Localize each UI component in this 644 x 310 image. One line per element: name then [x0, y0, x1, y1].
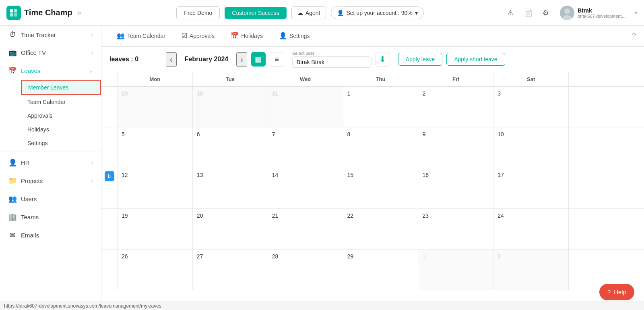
expand-icon[interactable]: »: [77, 8, 81, 17]
list-item[interactable]: 27: [193, 250, 268, 290]
leaves-link[interactable]: leaves : 0: [109, 56, 138, 62]
sidebar-item-users[interactable]: 👥 Users: [0, 190, 101, 208]
list-item[interactable]: 31: [268, 87, 343, 127]
leaves-icon: 📅: [8, 67, 17, 75]
tab-holidays[interactable]: 📅 Holidays: [223, 26, 270, 47]
help-circle-icon[interactable]: ?: [632, 32, 636, 40]
list-item[interactable]: 10: [493, 127, 569, 168]
sidebar-item-holidays-sub[interactable]: Holidays: [21, 123, 101, 136]
list-item[interactable]: 15: [343, 168, 419, 208]
next-month-button[interactable]: ›: [236, 52, 247, 67]
list-item[interactable]: 29: [343, 250, 419, 290]
list-item[interactable]: 21: [268, 209, 343, 249]
list-item[interactable]: 8: [343, 127, 419, 168]
user-email: btrak607-development@gm...: [578, 14, 630, 19]
list-item[interactable]: 2: [493, 250, 569, 290]
status-url: https://btrak607-development.snovasys.co…: [4, 303, 161, 309]
tab-approvals-label: Approvals: [190, 33, 215, 39]
list-item[interactable]: 23: [418, 209, 493, 249]
list-item[interactable]: 30: [193, 87, 268, 127]
calendar-grid: Mon Tue Wed Thu Fri Sat 29 30 31 1 2 3 5: [101, 72, 644, 302]
document-icon[interactable]: 📄: [521, 6, 535, 20]
prev-month-button[interactable]: ‹: [166, 52, 177, 67]
list-item[interactable]: 28: [268, 250, 343, 290]
user-select-input[interactable]: Btrak Btrak: [292, 56, 372, 68]
free-demo-button[interactable]: Free Demo: [176, 6, 220, 19]
list-item[interactable]: 17: [493, 168, 569, 208]
list-item[interactable]: 9: [418, 127, 493, 168]
sidebar-item-team-calendar[interactable]: Team Calendar: [21, 95, 101, 109]
list-item[interactable]: 14: [268, 168, 343, 208]
list-item[interactable]: 29: [118, 87, 193, 127]
select-user-label: Select user: [292, 51, 372, 56]
chevron-right-hr-icon: ›: [91, 160, 93, 166]
customer-success-button[interactable]: Customer Success: [225, 7, 286, 19]
list-item[interactable]: 5: [118, 127, 193, 168]
sidebar-item-leaves[interactable]: 📅 Leaves ⌄: [0, 62, 101, 80]
list-item[interactable]: 3: [493, 87, 569, 127]
user-menu[interactable]: Btrak btrak607-development@gm... ▾: [560, 6, 638, 20]
sidebar-item-hr-label: HR: [21, 159, 30, 166]
list-item[interactable]: 1: [343, 87, 419, 127]
list-item[interactable]: 24: [493, 209, 569, 249]
sidebar-item-office-tv[interactable]: 📺 Office TV ›: [0, 44, 101, 62]
sidebar-item-settings-sub[interactable]: Settings: [21, 136, 101, 150]
settings-sub-label: Settings: [27, 140, 48, 146]
sidebar-item-teams[interactable]: 🏢 Teams: [0, 208, 101, 226]
download-button[interactable]: ⬇: [376, 52, 390, 67]
settings-gear-icon[interactable]: ⚙: [539, 6, 553, 20]
team-calendar-label: Team Calendar: [27, 99, 66, 105]
list-item[interactable]: 22: [343, 209, 419, 249]
sidebar-item-emails[interactable]: ✉ Emails: [0, 226, 101, 244]
week-num-5: [101, 250, 118, 290]
svg-rect-0: [10, 9, 13, 12]
help-icon: ?: [607, 289, 611, 295]
tab-approvals[interactable]: ☑ Approvals: [174, 26, 222, 47]
sidebar-item-time-tracker-label: Time Tracker: [21, 31, 56, 38]
week-num-2: [101, 127, 118, 168]
sidebar: ⏱ Time Tracker › 📺 Office TV › 📅 Leaves …: [0, 26, 101, 302]
sidebar-item-projects[interactable]: 📁 Projects ›: [0, 172, 101, 190]
sidebar-item-member-leaves[interactable]: Member Leaves: [21, 80, 101, 95]
topnav-icons: ⚠ 📄 ⚙ Btrak btrak607-development@gm... ▾: [504, 6, 638, 20]
select-user-wrapper: Select user Btrak Btrak: [292, 51, 372, 68]
sidebar-item-hr[interactable]: 👤 HR ›: [0, 154, 101, 172]
svg-rect-2: [10, 13, 13, 17]
list-item[interactable]: 16: [418, 168, 493, 208]
list-item[interactable]: 19: [118, 209, 193, 249]
sidebar-leaves-submenu: Member Leaves Team Calendar Approvals Ho…: [0, 80, 101, 150]
calendar-list-view-button[interactable]: ≡: [270, 52, 284, 67]
list-item[interactable]: 26: [118, 250, 193, 290]
calendar-toolbar: leaves : 0 ‹ February 2024 › ▦ ≡ Select …: [101, 47, 644, 72]
chevron-right-icon-2: ›: [91, 50, 93, 56]
sidebar-divider-1: [0, 152, 101, 152]
calendar-header-row: Mon Tue Wed Thu Fri Sat: [101, 72, 644, 87]
sidebar-item-leaves-label: Leaves: [21, 67, 40, 74]
logo-icon: [6, 6, 21, 20]
help-button[interactable]: ? Help: [599, 284, 634, 300]
list-item[interactable]: 7: [268, 127, 343, 168]
list-item[interactable]: 2: [418, 87, 493, 127]
tab-team-calendar[interactable]: 👥 Team Calendar: [109, 26, 173, 47]
user-name: Btrak: [578, 7, 630, 14]
list-item[interactable]: 1: [418, 250, 493, 290]
apply-leave-button[interactable]: Apply leave: [398, 53, 442, 66]
svg-point-5: [564, 8, 570, 14]
tab-settings[interactable]: 👤 Settings: [272, 26, 317, 47]
agent-button[interactable]: ☁ Agent: [291, 6, 326, 19]
alert-icon[interactable]: ⚠: [504, 6, 517, 20]
apply-short-leave-button[interactable]: Apply short leave: [446, 53, 505, 66]
time-tracker-icon: ⏱: [8, 31, 17, 39]
list-item[interactable]: 20: [193, 209, 268, 249]
avatar: [560, 6, 574, 20]
tab-holidays-label: Holidays: [241, 33, 263, 39]
list-item[interactable]: 6: [193, 127, 268, 168]
sidebar-item-approvals-sub[interactable]: Approvals: [21, 109, 101, 123]
calendar-grid-view-button[interactable]: ▦: [251, 52, 266, 67]
list-item[interactable]: 13: [193, 168, 268, 208]
sidebar-item-time-tracker[interactable]: ⏱ Time Tracker ›: [0, 26, 101, 44]
setup-button[interactable]: 👤 Set up your account : 90% ▾: [331, 6, 423, 19]
list-item[interactable]: 12: [118, 168, 193, 208]
header-sat: Sat: [493, 72, 569, 86]
hr-icon: 👤: [8, 158, 17, 167]
